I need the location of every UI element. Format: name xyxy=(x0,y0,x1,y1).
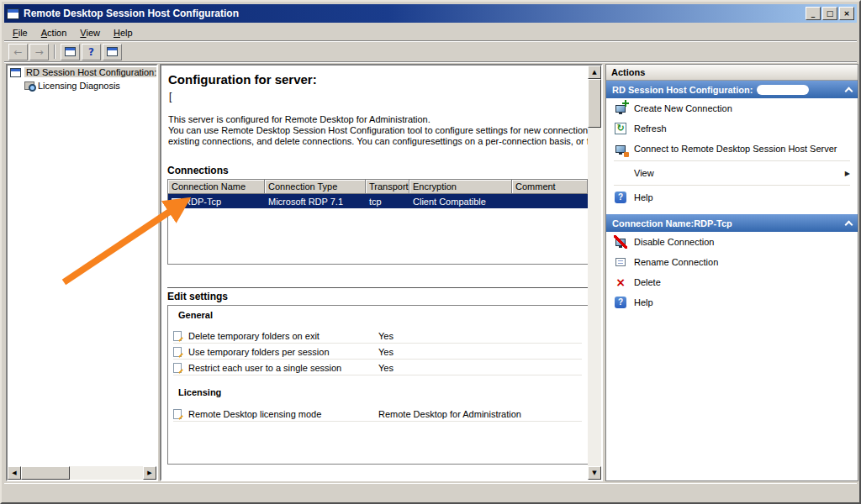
delete-icon: × xyxy=(615,276,626,288)
toolbar: ← → ? xyxy=(4,42,857,62)
help-icon: ? xyxy=(615,297,626,308)
create-connection-icon xyxy=(614,102,627,115)
actions-pane-title: Actions xyxy=(606,65,858,81)
column-encryption[interactable]: Encryption xyxy=(409,180,512,194)
connection-icon xyxy=(172,198,181,205)
rename-connection-icon xyxy=(615,258,626,266)
actions-separator xyxy=(614,160,850,161)
setting-icon xyxy=(173,347,182,357)
actions-section-connection-rdp-tcp[interactable]: Connection Name:RDP-Tcp xyxy=(606,214,858,232)
back-button[interactable]: ← xyxy=(8,44,28,60)
submenu-arrow-icon: ▶ xyxy=(845,170,850,177)
toolbar-separator xyxy=(54,45,55,59)
app-icon xyxy=(7,8,19,19)
tree-item-rd-session-host[interactable]: RD Session Host Configuration: xyxy=(8,66,156,79)
description-line-1: This server is configured for Remote Des… xyxy=(168,114,588,125)
action-help-bottom[interactable]: ? Help xyxy=(606,292,858,312)
group-licensing: Licensing xyxy=(178,387,221,397)
window-title: Remote Desktop Session Host Configuratio… xyxy=(24,8,804,19)
tree-root-label: RD Session Host Configuration: xyxy=(24,67,156,77)
action-create-new-connection[interactable]: Create New Connection xyxy=(606,98,858,118)
forward-button[interactable]: → xyxy=(29,44,49,60)
collapse-chevron-icon xyxy=(845,87,853,96)
setting-use-temp-folders[interactable]: Use temporary folders per session Yes xyxy=(173,344,582,360)
action-connect-to-server[interactable]: Connect to Remote Desktop Session Host S… xyxy=(606,139,858,159)
menu-file[interactable]: File xyxy=(6,26,34,39)
collapse-chevron-icon xyxy=(845,221,853,229)
scrollbar-track[interactable] xyxy=(70,466,143,480)
column-transport[interactable]: Transport xyxy=(366,180,409,194)
scrollbar-track[interactable] xyxy=(588,128,601,466)
refresh-icon: ↻ xyxy=(615,123,626,134)
maximize-button[interactable]: □ xyxy=(822,7,837,20)
app-window: Remote Desktop Session Host Configuratio… xyxy=(0,0,861,504)
description-line-2: You can use Remote Desktop Session Host … xyxy=(168,125,588,136)
scroll-down-button[interactable]: ▼ xyxy=(588,466,601,480)
action-disable-connection[interactable]: Disable Connection xyxy=(606,232,858,252)
scroll-right-button[interactable]: ▶ xyxy=(143,466,156,480)
menu-view[interactable]: View xyxy=(73,26,107,39)
description-text: This server is configured for Remote Des… xyxy=(168,114,588,147)
menu-help[interactable]: Help xyxy=(107,26,140,39)
tree-child-label: Licensing Diagnosis xyxy=(38,81,120,91)
section-divider xyxy=(167,287,588,288)
help-icon: ? xyxy=(86,46,98,58)
close-button[interactable]: × xyxy=(839,7,854,20)
cell-encryption: Client Compatible xyxy=(409,197,512,207)
connections-heading: Connections xyxy=(167,165,229,176)
actions-pane: Actions RD Session Host Configuration: C… xyxy=(605,64,858,481)
actions-section-rd-session-host[interactable]: RD Session Host Configuration: xyxy=(606,81,858,98)
setting-restrict-single-session[interactable]: Restrict each user to a single session Y… xyxy=(173,360,582,375)
action-view[interactable]: View ▶ xyxy=(606,163,858,183)
table-header: Connection Name Connection Type Transpor… xyxy=(168,180,588,194)
scrollbar-thumb[interactable] xyxy=(588,79,601,128)
server-name: [ xyxy=(169,91,172,102)
cell-connection-type: Microsoft RDP 7.1 xyxy=(265,197,366,207)
console-root-icon xyxy=(10,68,21,77)
setting-licensing-mode[interactable]: Remote Desktop licensing mode Remote Des… xyxy=(173,407,582,422)
results-content: Configuration for server: [ This server … xyxy=(161,66,588,480)
setting-icon xyxy=(173,409,182,419)
results-panel: Configuration for server: [ This server … xyxy=(160,64,603,481)
toolbar-help-button[interactable]: ? xyxy=(82,44,101,60)
action-rename-connection[interactable]: Rename Connection xyxy=(606,252,858,272)
disable-connection-icon xyxy=(614,235,627,249)
show-console-tree-button[interactable] xyxy=(61,44,80,60)
action-delete[interactable]: × Delete xyxy=(606,272,858,292)
connect-server-icon xyxy=(614,142,627,155)
cell-connection-name: RDP-Tcp xyxy=(168,197,265,207)
column-connection-name[interactable]: Connection Name xyxy=(168,180,265,194)
connections-table: Connection Name Connection Type Transpor… xyxy=(167,179,588,265)
minimize-button[interactable]: _ xyxy=(806,7,821,20)
setting-icon xyxy=(173,331,182,341)
table-row-rdp-tcp[interactable]: RDP-Tcp Microsoft RDP 7.1 tcp Client Com… xyxy=(168,194,588,208)
menu-action[interactable]: Action xyxy=(34,26,74,39)
column-comment[interactable]: Comment xyxy=(512,180,588,194)
edit-settings-heading: Edit settings xyxy=(167,291,228,302)
show-action-pane-button[interactable] xyxy=(103,44,122,60)
setting-delete-temp-folders[interactable]: Delete temporary folders on exit Yes xyxy=(173,328,582,344)
description-line-3: existing connections, and delete connect… xyxy=(168,136,588,147)
action-refresh[interactable]: ↻ Refresh xyxy=(606,118,858,139)
menu-bar: File Action View Help xyxy=(4,24,857,41)
scroll-left-button[interactable]: ◀ xyxy=(8,466,21,480)
page-title: Configuration for server: xyxy=(168,72,317,87)
scrollbar-thumb[interactable] xyxy=(21,466,70,480)
setting-icon xyxy=(173,363,182,373)
licensing-diagnosis-icon xyxy=(24,81,34,90)
tree-horizontal-scrollbar[interactable]: ◀ ▶ xyxy=(8,466,156,480)
scroll-up-button[interactable]: ▲ xyxy=(588,66,601,79)
results-vertical-scrollbar[interactable]: ▲ ▼ xyxy=(588,66,601,480)
console-tree-icon xyxy=(65,47,76,56)
group-general: General xyxy=(178,310,213,320)
action-pane-icon xyxy=(107,47,118,56)
titlebar: Remote Desktop Session Host Configuratio… xyxy=(4,4,857,23)
cell-transport: tcp xyxy=(366,197,409,207)
action-help-top[interactable]: ? Help xyxy=(606,187,858,207)
column-connection-type[interactable]: Connection Type xyxy=(265,180,366,194)
redaction-blob xyxy=(757,85,809,95)
tree-item-licensing-diagnosis[interactable]: Licensing Diagnosis xyxy=(8,79,156,92)
actions-separator xyxy=(614,185,850,186)
help-icon: ? xyxy=(615,192,626,203)
console-tree-panel: RD Session Host Configuration: Licensing… xyxy=(6,64,158,481)
